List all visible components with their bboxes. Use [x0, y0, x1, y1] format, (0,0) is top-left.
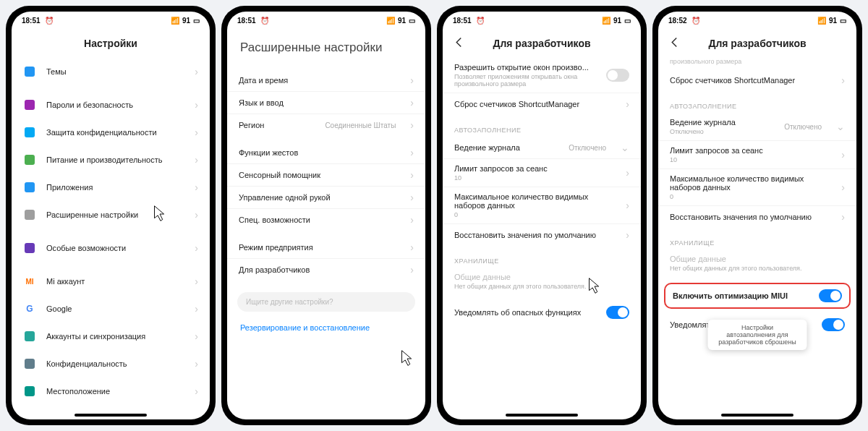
statusbar: 18:51⏰ 📶91▭ [227, 12, 425, 29]
adv-row[interactable]: Язык и ввод› [227, 91, 425, 114]
section-storage: ХРАНИЛИЩЕ [658, 234, 856, 249]
toggle[interactable] [606, 306, 629, 319]
svg-rect-6 [25, 243, 35, 253]
chevron-right-icon: › [410, 214, 414, 226]
battery-icon: ▭ [409, 17, 415, 25]
sync-icon [23, 330, 36, 343]
statusbar: 18:51⏰ 📶91▭ [12, 12, 210, 29]
select-icon: ⌄ [621, 142, 629, 153]
settings-row-apps[interactable]: Приложения› [12, 174, 210, 201]
adv-row[interactable]: Для разработчиков› [227, 258, 425, 281]
chevron-right-icon: › [195, 154, 198, 166]
time: 18:52 [668, 17, 687, 25]
settings-row-mi[interactable]: MIMi аккаунт› [12, 268, 210, 295]
row-reset-defaults[interactable]: Восстановить значения по умолчанию › [658, 205, 856, 228]
chevron-right-icon: › [410, 74, 414, 86]
time: 18:51 [22, 17, 41, 25]
phone-1: 18:51⏰ 📶91▭ Настройки Темы›Пароли и безо… [6, 6, 216, 425]
settings-row-themes[interactable]: Темы› [12, 58, 210, 85]
chevron-right-icon: › [626, 229, 629, 241]
chevron-right-icon: › [195, 182, 198, 193]
chevron-right-icon: › [626, 167, 629, 179]
battery-label: 91 [829, 17, 837, 25]
row-label: Особые возможности [46, 244, 184, 252]
chevron-right-icon: › [841, 149, 845, 161]
statusbar: 18:52⏰ 📶91▭ [658, 12, 856, 29]
chevron-right-icon: › [195, 276, 198, 287]
google-icon: G [23, 302, 36, 315]
settings-row-shield[interactable]: Защита конфиденциальности› [12, 119, 210, 146]
adv-row[interactable]: Сенсорный помощник› [227, 163, 425, 186]
signal-icon: 📶 [817, 17, 826, 25]
row-label: Google [46, 304, 184, 313]
chevron-right-icon: › [410, 192, 414, 203]
svg-rect-1 [25, 100, 35, 110]
chevron-right-icon: › [195, 99, 198, 111]
row-max-datasets[interactable]: Максимальное количество видимых наборов … [443, 187, 641, 223]
row-reset-shortcut[interactable]: Сброс счетчиков ShortcutManager › [443, 93, 641, 115]
alarm-icon: ⏰ [260, 17, 269, 25]
back-button[interactable] [453, 36, 466, 51]
toggle[interactable] [822, 318, 845, 331]
phone-2: 18:51⏰ 📶91▭ Расширенные настройки Дата и… [221, 6, 431, 425]
adv-row[interactable]: Дата и время› [227, 69, 425, 91]
location-icon [23, 385, 36, 398]
adv-row[interactable]: Режим предприятия› [227, 236, 425, 258]
svg-rect-5 [25, 210, 35, 220]
toast: Настройки автозаполнения для разработчик… [708, 320, 807, 350]
search-input[interactable]: Ищите другие настройки? [237, 292, 415, 312]
toggle[interactable] [819, 289, 842, 302]
row-max-datasets[interactable]: Максимальное количество видимых наборов … [658, 168, 856, 205]
toggle[interactable] [606, 69, 629, 82]
row-logging[interactable]: Ведение журнала Отключено Отключено ⌄ [658, 113, 856, 140]
alarm-icon: ⏰ [692, 17, 700, 25]
row-logging[interactable]: Ведение журнала Отключено ⌄ [443, 137, 641, 158]
row-label: Питание и производительность [46, 155, 184, 164]
row-reset-shortcut[interactable]: Сброс счетчиков ShortcutManager › [658, 69, 856, 91]
chevron-right-icon: › [841, 182, 845, 193]
settings-row-google[interactable]: GGoogle› [12, 295, 210, 323]
statusbar: 18:51⏰ 📶91▭ [443, 12, 641, 29]
settings-row-battery[interactable]: Питание и производительность› [12, 146, 210, 174]
row-allow-freeform[interactable]: Разрешить открытие окон произво... Позво… [443, 58, 641, 93]
row-miui-optimization[interactable]: Включить оптимизацию MIUI [664, 283, 851, 309]
adv-row[interactable]: Управление одной рукой› [227, 186, 425, 208]
chevron-right-icon: › [841, 74, 845, 86]
battery-icon [23, 153, 36, 166]
chevron-right-icon: › [410, 242, 414, 253]
backup-link[interactable]: Резервирование и восстановление [227, 317, 425, 338]
section-storage: ХРАНИЛИЩЕ [443, 252, 641, 268]
battery-label: 91 [398, 17, 406, 25]
adv-row[interactable]: Спец. возможности› [227, 208, 425, 231]
settings-row-location[interactable]: Местоположение› [12, 377, 210, 405]
row-label: Mi аккаунт [46, 277, 184, 286]
settings-row-lock[interactable]: Пароли и безопасность› [12, 91, 210, 119]
alarm-icon: ⏰ [476, 17, 485, 25]
settings-row-globe[interactable]: Расширенные настройки› [12, 201, 210, 229]
settings-row-access[interactable]: Особые возможности› [12, 234, 210, 262]
settings-row-privacy[interactable]: Конфиденциальность› [12, 350, 210, 377]
row-label: Местоположение [46, 387, 184, 396]
chevron-right-icon: › [626, 200, 629, 211]
page-title: Расширенные настройки [227, 29, 425, 69]
truncated-sub: произвольного размера [658, 58, 856, 69]
row-reset-defaults[interactable]: Восстановить значения по умолчанию › [443, 223, 641, 246]
row-limit[interactable]: Лимит запросов за сеанс 10 › [443, 158, 641, 187]
select-icon: ⌄ [836, 121, 845, 132]
chevron-right-icon: › [626, 98, 629, 110]
battery-icon: ▭ [193, 17, 200, 25]
adv-row[interactable]: РегионСоединенные Штаты› [227, 114, 425, 136]
back-button[interactable] [668, 36, 681, 51]
adv-row[interactable]: Функции жестов› [227, 142, 425, 163]
row-notify-dangerous[interactable]: Уведомлять об опасных функциях [443, 301, 641, 324]
chevron-right-icon: › [410, 147, 414, 158]
chevron-right-icon: › [410, 169, 414, 181]
row-limit[interactable]: Лимит запросов за сеанс 10 › [658, 140, 856, 168]
svg-rect-2 [25, 127, 35, 137]
apps-icon [23, 181, 36, 194]
page-title: Для разработчиков [708, 38, 806, 49]
chevron-right-icon: › [195, 303, 198, 315]
chevron-right-icon: › [410, 97, 414, 108]
section-autofill: АВТОЗАПОЛНЕНИЕ [658, 97, 856, 113]
settings-row-sync[interactable]: Аккаунты и синхронизация› [12, 323, 210, 350]
